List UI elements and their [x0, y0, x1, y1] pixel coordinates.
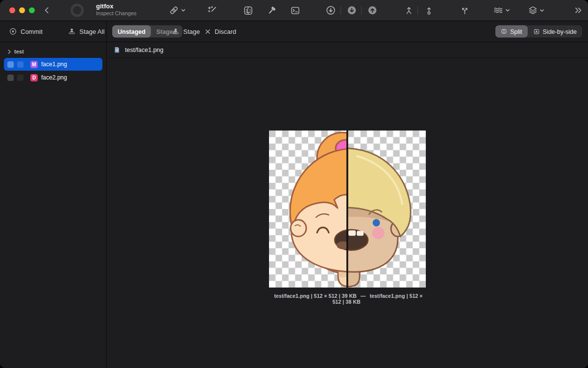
remote-link-button[interactable] [169, 5, 186, 16]
stage-checkbox[interactable] [7, 75, 14, 81]
finder-icon [243, 5, 253, 16]
folder-group-label: test [14, 49, 24, 54]
image-diff-canvas[interactable] [269, 131, 426, 288]
commit-arrow-button[interactable] [423, 4, 435, 16]
terminal-icon [290, 5, 300, 16]
file-row-face1[interactable]: M face1.png [4, 58, 102, 71]
status-badge-modified: M [30, 61, 38, 68]
stage-button[interactable]: Stage [172, 27, 200, 36]
link-icon [169, 5, 179, 16]
split-divider-handle[interactable] [346, 131, 348, 288]
x-icon [204, 28, 211, 35]
progress-ring-icon [71, 4, 84, 17]
open-terminal-button[interactable] [289, 4, 301, 16]
app-subtitle: Inspect Changes [96, 10, 137, 17]
commit-arrow-up-icon [424, 5, 434, 16]
action-toolbar: Commit Stage All Unstaged Staged Stage [0, 21, 588, 42]
file-row-face2[interactable]: D face2.png [4, 71, 102, 84]
layers-button[interactable] [528, 5, 544, 16]
file-name: face2.png [41, 74, 67, 81]
stash-button[interactable] [493, 5, 510, 16]
chevron-down-icon [505, 8, 510, 13]
magic-actions-button[interactable] [206, 4, 218, 16]
diff-file-path: test/face1.png [125, 47, 164, 53]
create-branch-button[interactable] [403, 4, 415, 16]
traffic-lights [9, 7, 35, 13]
window-title-block: gitfox Inspect Changes [96, 2, 137, 17]
letter-a-box-icon [533, 28, 540, 35]
branch-fork-icon [404, 5, 414, 16]
stage-checkbox[interactable] [7, 61, 14, 68]
image-meta-caption: test/face1.png | 512 × 512 | 39 KB—test/… [269, 293, 426, 305]
pull-button[interactable] [346, 4, 358, 16]
back-button[interactable] [41, 4, 53, 16]
chevron-down-icon [181, 8, 186, 13]
fetch-icon [325, 5, 336, 16]
split-label: Split [510, 28, 522, 35]
commit-circle-icon [9, 27, 17, 36]
diff-view-segmented: Split Side-by-side [495, 26, 582, 38]
commit-label: Commit [21, 28, 43, 35]
stage-all-label: Stage All [79, 28, 104, 35]
partial-stage-checkbox[interactable] [17, 75, 24, 81]
hammer-icon [267, 5, 277, 16]
diff-file-header: test/face1.png [107, 42, 588, 58]
double-chevron-right-icon [573, 5, 583, 15]
pull-icon [346, 5, 357, 16]
merge-y-icon [460, 5, 470, 16]
fetch-button[interactable] [325, 4, 337, 16]
side-by-side-label: Side-by-side [543, 28, 577, 35]
stage-label: Stage [183, 28, 200, 35]
changes-sidebar: test M face1.png D face2.png [0, 42, 106, 368]
reveal-in-finder-button[interactable] [242, 4, 254, 16]
minimize-button[interactable] [19, 7, 25, 13]
merge-button[interactable] [459, 4, 470, 16]
tab-side-by-side[interactable]: Side-by-side [528, 26, 582, 38]
commit-button[interactable]: Commit [9, 27, 43, 36]
close-button[interactable] [9, 7, 15, 13]
chevron-right-icon [7, 50, 11, 54]
split-view-icon [501, 28, 507, 35]
app-title: gitfox [96, 2, 137, 10]
push-button[interactable] [367, 4, 378, 16]
chevron-down-icon [539, 8, 544, 13]
partial-stage-checkbox[interactable] [17, 61, 24, 68]
toolbar-overflow-button[interactable] [572, 4, 584, 16]
build-button[interactable] [266, 4, 277, 16]
file-name: face1.png [41, 61, 67, 68]
caption-dash: — [361, 293, 366, 299]
folder-group-header[interactable]: test [7, 49, 106, 54]
stage-all-button[interactable]: Stage All [68, 27, 104, 36]
tab-unstaged[interactable]: Unstaged [112, 26, 151, 38]
discard-button[interactable]: Discard [204, 28, 236, 35]
toolbar-separator [361, 6, 362, 15]
stash-waves-icon [493, 5, 504, 16]
stage-tray-icon [172, 27, 180, 36]
status-badge-deleted: D [30, 74, 38, 81]
stage-tray-icon [68, 27, 76, 36]
push-icon [367, 5, 378, 16]
titlebar: gitfox Inspect Changes [0, 0, 588, 21]
diff-pane: test/face1.png [107, 42, 588, 368]
discard-label: Discard [215, 28, 236, 35]
zoom-button[interactable] [29, 7, 35, 13]
toolbar-separator [341, 6, 341, 15]
toolbar-separator [417, 6, 418, 15]
magic-wand-icon [207, 5, 218, 16]
image-meta-old: test/face1.png | 512 × 512 | 39 KB [274, 293, 356, 299]
app-window: gitfox Inspect Changes [0, 0, 588, 368]
document-icon [113, 46, 121, 53]
image-diff-container: test/face1.png | 512 × 512 | 39 KB—test/… [269, 131, 426, 305]
layers-stack-icon [528, 5, 538, 16]
tab-split[interactable]: Split [495, 26, 527, 38]
